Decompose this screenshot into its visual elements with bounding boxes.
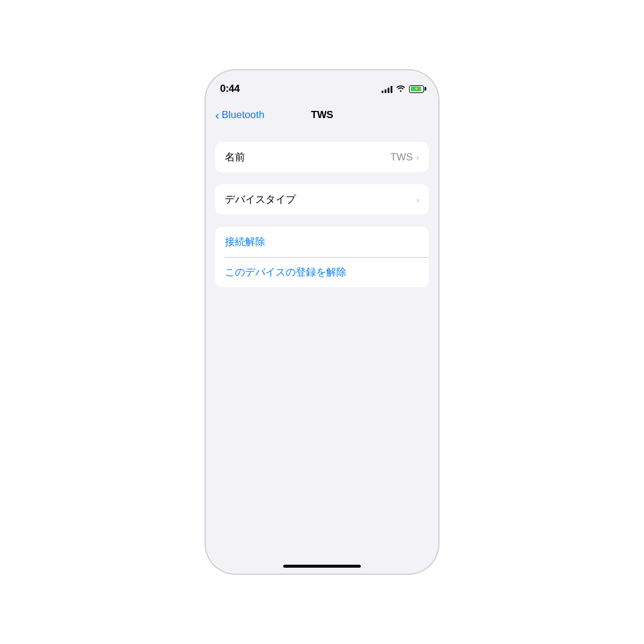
status-time: 0:44 bbox=[220, 83, 240, 95]
back-label: Bluetooth bbox=[222, 109, 265, 121]
wifi-icon bbox=[396, 84, 405, 94]
battery-bolt: ⚡ bbox=[414, 86, 419, 91]
page-title: TWS bbox=[311, 109, 333, 121]
name-value: TWS bbox=[391, 151, 413, 163]
signal-icon bbox=[382, 85, 392, 93]
disconnect-row[interactable]: 接続解除 bbox=[215, 227, 429, 257]
device-type-value-container: › bbox=[416, 195, 419, 205]
device-type-chevron-icon: › bbox=[416, 195, 419, 205]
forget-label: このデバイスの登録を解除 bbox=[225, 265, 346, 279]
back-chevron-icon: ‹ bbox=[215, 109, 219, 121]
battery-icon: ⚡ bbox=[409, 85, 424, 93]
forget-row[interactable]: このデバイスの登録を解除 bbox=[215, 257, 429, 287]
name-label: 名前 bbox=[225, 150, 245, 164]
home-indicator bbox=[283, 565, 361, 568]
name-chevron-icon: › bbox=[416, 153, 419, 162]
content-area: 名前 TWS › デバイスタイプ › 接続解除 このデバイスの登録を解除 bbox=[206, 130, 438, 299]
device-type-group: デバイスタイプ › bbox=[215, 184, 429, 215]
status-icons: ⚡ bbox=[382, 84, 424, 94]
actions-group: 接続解除 このデバイスの登録を解除 bbox=[215, 227, 429, 287]
device-type-row[interactable]: デバイスタイプ › bbox=[215, 184, 429, 215]
back-button[interactable]: ‹ Bluetooth bbox=[215, 109, 265, 121]
status-bar: 0:44 ⚡ bbox=[206, 70, 438, 100]
device-type-label: デバイスタイプ bbox=[225, 193, 296, 206]
disconnect-label: 接続解除 bbox=[225, 235, 265, 249]
name-row[interactable]: 名前 TWS › bbox=[215, 142, 429, 172]
name-group: 名前 TWS › bbox=[215, 142, 429, 172]
nav-bar: ‹ Bluetooth TWS bbox=[206, 100, 438, 130]
name-value-container: TWS › bbox=[391, 151, 419, 163]
phone-frame: 0:44 ⚡ bbox=[206, 70, 438, 574]
